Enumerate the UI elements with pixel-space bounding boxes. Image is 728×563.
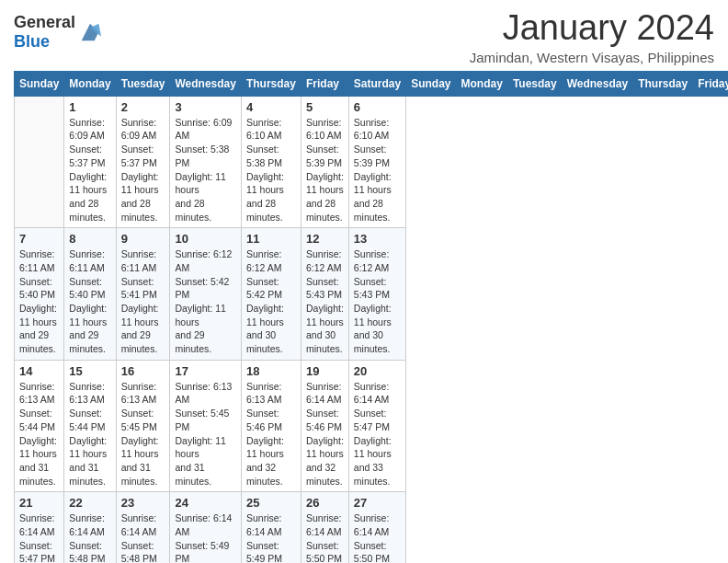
calendar-cell: 25Sunrise: 6:14 AM Sunset: 5:49 PM Dayli…	[241, 492, 301, 563]
day-number: 7	[19, 232, 59, 246]
calendar-cell: 22Sunrise: 6:14 AM Sunset: 5:48 PM Dayli…	[64, 492, 116, 563]
day-number: 4	[246, 100, 296, 114]
day-info: Sunrise: 6:13 AM Sunset: 5:45 PM Dayligh…	[175, 380, 235, 488]
calendar-cell: 13Sunrise: 6:12 AM Sunset: 5:43 PM Dayli…	[348, 228, 405, 361]
month-title: January 2024	[470, 9, 714, 48]
day-number: 27	[354, 496, 401, 510]
logo: General Blue	[14, 13, 103, 52]
day-info: Sunrise: 6:09 AM Sunset: 5:37 PM Dayligh…	[69, 116, 110, 224]
day-info: Sunrise: 6:11 AM Sunset: 5:40 PM Dayligh…	[69, 247, 110, 356]
day-number: 18	[246, 364, 296, 378]
day-header-tuesday: Tuesday	[507, 71, 562, 96]
day-header-thursday: Thursday	[241, 71, 301, 96]
day-number: 20	[354, 364, 401, 378]
day-info: Sunrise: 6:14 AM Sunset: 5:47 PM Dayligh…	[19, 511, 59, 563]
day-header-friday: Friday	[301, 71, 348, 96]
day-number: 13	[354, 232, 401, 246]
calendar-week-2: 7Sunrise: 6:11 AM Sunset: 5:40 PM Daylig…	[15, 228, 729, 361]
day-number: 6	[354, 100, 401, 114]
day-number: 2	[121, 100, 165, 114]
day-info: Sunrise: 6:14 AM Sunset: 5:49 PM Dayligh…	[175, 511, 235, 563]
calendar-cell: 24Sunrise: 6:14 AM Sunset: 5:49 PM Dayli…	[170, 492, 241, 563]
calendar-cell: 26Sunrise: 6:14 AM Sunset: 5:50 PM Dayli…	[301, 492, 348, 563]
day-info: Sunrise: 6:14 AM Sunset: 5:50 PM Dayligh…	[306, 511, 344, 563]
logo-general: General	[14, 13, 75, 31]
day-header-wednesday: Wednesday	[562, 71, 632, 96]
day-header-thursday: Thursday	[633, 71, 693, 96]
day-header-friday: Friday	[693, 71, 728, 96]
day-info: Sunrise: 6:12 AM Sunset: 5:42 PM Dayligh…	[246, 247, 296, 356]
day-number: 21	[19, 496, 59, 510]
day-header-monday: Monday	[456, 71, 507, 96]
calendar-cell: 3Sunrise: 6:09 AM Sunset: 5:38 PM Daylig…	[170, 96, 241, 228]
calendar-cell: 16Sunrise: 6:13 AM Sunset: 5:45 PM Dayli…	[116, 360, 170, 492]
calendar-cell	[15, 96, 64, 228]
calendar-cell: 20Sunrise: 6:14 AM Sunset: 5:47 PM Dayli…	[348, 360, 405, 492]
calendar-cell: 9Sunrise: 6:11 AM Sunset: 5:41 PM Daylig…	[116, 228, 170, 361]
day-info: Sunrise: 6:13 AM Sunset: 5:44 PM Dayligh…	[19, 380, 59, 488]
day-number: 14	[19, 364, 59, 378]
calendar-cell: 27Sunrise: 6:14 AM Sunset: 5:50 PM Dayli…	[348, 492, 405, 563]
calendar-week-3: 14Sunrise: 6:13 AM Sunset: 5:44 PM Dayli…	[15, 360, 729, 492]
day-info: Sunrise: 6:14 AM Sunset: 5:48 PM Dayligh…	[69, 511, 110, 563]
calendar-cell: 14Sunrise: 6:13 AM Sunset: 5:44 PM Dayli…	[15, 360, 64, 492]
day-info: Sunrise: 6:14 AM Sunset: 5:50 PM Dayligh…	[354, 511, 401, 563]
calendar-cell: 7Sunrise: 6:11 AM Sunset: 5:40 PM Daylig…	[15, 228, 64, 361]
calendar-cell: 1Sunrise: 6:09 AM Sunset: 5:37 PM Daylig…	[64, 96, 116, 228]
page-header: General Blue January 2024 Jamindan, West…	[14, 9, 714, 65]
day-number: 23	[121, 496, 165, 510]
calendar-cell: 23Sunrise: 6:14 AM Sunset: 5:48 PM Dayli…	[116, 492, 170, 563]
day-info: Sunrise: 6:14 AM Sunset: 5:48 PM Dayligh…	[121, 511, 165, 563]
day-header-wednesday: Wednesday	[170, 71, 241, 96]
day-number: 12	[306, 232, 344, 246]
calendar-cell: 6Sunrise: 6:10 AM Sunset: 5:39 PM Daylig…	[348, 96, 405, 228]
logo-icon	[77, 19, 103, 45]
day-number: 8	[69, 232, 110, 246]
day-info: Sunrise: 6:11 AM Sunset: 5:41 PM Dayligh…	[121, 247, 165, 356]
calendar-cell: 4Sunrise: 6:10 AM Sunset: 5:38 PM Daylig…	[241, 96, 301, 228]
calendar-cell: 19Sunrise: 6:14 AM Sunset: 5:46 PM Dayli…	[301, 360, 348, 492]
day-header-tuesday: Tuesday	[116, 71, 170, 96]
day-info: Sunrise: 6:13 AM Sunset: 5:46 PM Dayligh…	[246, 380, 296, 488]
location-subtitle: Jamindan, Western Visayas, Philippines	[470, 50, 714, 65]
day-number: 24	[175, 496, 235, 510]
day-info: Sunrise: 6:14 AM Sunset: 5:47 PM Dayligh…	[354, 380, 401, 488]
day-info: Sunrise: 6:10 AM Sunset: 5:39 PM Dayligh…	[354, 116, 401, 224]
day-number: 19	[306, 364, 344, 378]
calendar-week-1: 1Sunrise: 6:09 AM Sunset: 5:37 PM Daylig…	[15, 96, 729, 228]
calendar-cell: 17Sunrise: 6:13 AM Sunset: 5:45 PM Dayli…	[170, 360, 241, 492]
day-info: Sunrise: 6:13 AM Sunset: 5:45 PM Dayligh…	[121, 380, 165, 488]
day-number: 3	[175, 100, 235, 114]
day-number: 10	[175, 232, 235, 246]
calendar-cell: 18Sunrise: 6:13 AM Sunset: 5:46 PM Dayli…	[241, 360, 301, 492]
calendar-week-4: 21Sunrise: 6:14 AM Sunset: 5:47 PM Dayli…	[15, 492, 729, 563]
calendar-cell: 10Sunrise: 6:12 AM Sunset: 5:42 PM Dayli…	[170, 228, 241, 361]
day-number: 25	[246, 496, 296, 510]
day-info: Sunrise: 6:10 AM Sunset: 5:38 PM Dayligh…	[246, 116, 296, 224]
day-info: Sunrise: 6:12 AM Sunset: 5:43 PM Dayligh…	[354, 247, 401, 356]
day-number: 1	[69, 100, 110, 114]
day-number: 5	[306, 100, 344, 114]
day-info: Sunrise: 6:11 AM Sunset: 5:40 PM Dayligh…	[19, 247, 59, 356]
calendar-cell: 8Sunrise: 6:11 AM Sunset: 5:40 PM Daylig…	[64, 228, 116, 361]
day-info: Sunrise: 6:14 AM Sunset: 5:46 PM Dayligh…	[306, 380, 344, 488]
day-info: Sunrise: 6:09 AM Sunset: 5:37 PM Dayligh…	[121, 116, 165, 224]
day-number: 16	[121, 364, 165, 378]
day-info: Sunrise: 6:12 AM Sunset: 5:43 PM Dayligh…	[306, 247, 344, 356]
day-number: 22	[69, 496, 110, 510]
calendar-cell: 5Sunrise: 6:10 AM Sunset: 5:39 PM Daylig…	[301, 96, 348, 228]
day-info: Sunrise: 6:12 AM Sunset: 5:42 PM Dayligh…	[175, 247, 235, 356]
calendar-table: SundayMondayTuesdayWednesdayThursdayFrid…	[14, 71, 728, 563]
calendar-cell: 15Sunrise: 6:13 AM Sunset: 5:44 PM Dayli…	[64, 360, 116, 492]
calendar-cell: 11Sunrise: 6:12 AM Sunset: 5:42 PM Dayli…	[241, 228, 301, 361]
day-info: Sunrise: 6:10 AM Sunset: 5:39 PM Dayligh…	[306, 116, 344, 224]
calendar-cell: 2Sunrise: 6:09 AM Sunset: 5:37 PM Daylig…	[116, 96, 170, 228]
title-block: January 2024 Jamindan, Western Visayas, …	[470, 9, 714, 65]
logo-blue: Blue	[14, 32, 50, 51]
day-info: Sunrise: 6:13 AM Sunset: 5:44 PM Dayligh…	[69, 380, 110, 488]
calendar-cell: 12Sunrise: 6:12 AM Sunset: 5:43 PM Dayli…	[301, 228, 348, 361]
day-number: 26	[306, 496, 344, 510]
day-header-sunday: Sunday	[15, 71, 64, 96]
day-header-monday: Monday	[64, 71, 116, 96]
day-number: 9	[121, 232, 165, 246]
